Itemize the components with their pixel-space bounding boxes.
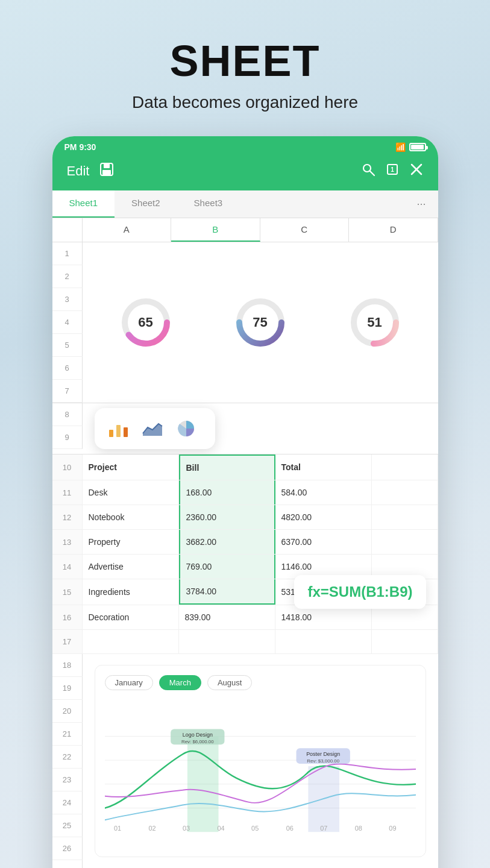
row-20: 20 [52, 700, 83, 723]
status-time: PM 9:30 [64, 142, 96, 152]
chart-selector-area [83, 403, 438, 454]
svg-rect-16 [116, 425, 121, 437]
row-11-empty [372, 480, 438, 505]
table-row: 11 Desk 168.00 584.00 [52, 480, 438, 505]
row-numbers-8-9: 8 9 [52, 403, 83, 454]
row-16-num: 16 [52, 605, 83, 629]
svg-text:Logo Design: Logo Design [182, 732, 212, 738]
tab-sheet2[interactable]: Sheet2 [115, 190, 177, 218]
row-13-num: 13 [52, 530, 83, 554]
row-11-bill: 168.00 [179, 480, 275, 505]
row-2: 2 [52, 265, 83, 288]
row-16-project: Decoration [83, 605, 179, 629]
row-16-total: 1418.00 [275, 605, 372, 629]
svg-text:Rev: $3,000.00: Rev: $3,000.00 [307, 758, 339, 764]
row-11-project: Desk [83, 480, 179, 505]
svg-text:03: 03 [183, 825, 190, 832]
col-d[interactable]: D [349, 218, 438, 242]
layers-icon[interactable]: 1 [385, 162, 400, 180]
row-25: 25 [52, 814, 83, 837]
table-row: 10 Project Bill Total [52, 454, 438, 480]
row-9: 9 [52, 426, 83, 449]
donut-51-value: 51 [367, 315, 382, 330]
row-17-c [275, 630, 372, 653]
data-table: 10 Project Bill Total 11 Desk 168.00 584… [52, 454, 438, 654]
row-4: 4 [52, 311, 83, 334]
donut-51: 51 [348, 295, 402, 350]
tab-sheet3[interactable]: Sheet3 [177, 190, 240, 218]
svg-rect-17 [124, 427, 128, 437]
table-row: 16 Decoration 839.00 1418.00 [52, 605, 438, 630]
pie-chart-type-icon[interactable] [174, 417, 198, 441]
donut-75-value: 75 [253, 315, 267, 330]
row-1: 1 [52, 242, 83, 265]
svg-rect-15 [109, 430, 113, 437]
toolbar: Edit 1 [52, 156, 438, 190]
area-chart-type-icon[interactable] [140, 417, 165, 441]
col-b[interactable]: B [171, 218, 260, 242]
donut-section: 1 2 3 4 5 6 7 [52, 242, 438, 403]
header-project: Project [83, 454, 179, 480]
row-19: 19 [52, 677, 83, 700]
data-rows-section: 10 Project Bill Total 11 Desk 168.00 584… [52, 454, 438, 654]
hero-title: SHEET [169, 36, 320, 86]
row-12-total: 4820.00 [275, 505, 372, 529]
close-icon[interactable] [409, 162, 424, 180]
row-16-empty [372, 605, 438, 629]
battery-icon [409, 143, 426, 151]
svg-text:05: 05 [251, 825, 259, 832]
row-14-bill: 769.00 [179, 555, 275, 579]
row-5: 5 [52, 334, 83, 357]
donut-65: 65 [119, 295, 173, 350]
svg-rect-2 [102, 170, 111, 175]
row-27: 27 [52, 860, 83, 868]
row-12-num: 12 [52, 505, 83, 529]
tab-more[interactable]: ··· [404, 190, 438, 218]
header-total: Total [275, 454, 372, 480]
row-16-bill: 839.00 [179, 605, 275, 629]
table-row: 13 Property 3682.00 6370.00 [52, 530, 438, 555]
row-14-num: 14 [52, 555, 83, 579]
column-headers: A B C D [52, 218, 438, 242]
col-c[interactable]: C [260, 218, 350, 242]
row-17-b [179, 630, 275, 653]
header-empty [372, 454, 438, 480]
hero-subtitle: Data becomes organized here [132, 93, 358, 112]
row-numbers-1-7: 1 2 3 4 5 6 7 [52, 242, 83, 403]
donut-75: 75 [233, 295, 287, 350]
row-7: 7 [52, 380, 83, 403]
legend-january[interactable]: January [105, 675, 153, 690]
svg-text:01: 01 [113, 825, 121, 832]
svg-text:07: 07 [320, 825, 327, 832]
row-8: 8 [52, 403, 83, 426]
legend-august[interactable]: August [207, 675, 252, 690]
donut-charts-area: 65 [83, 242, 438, 403]
line-chart-container: January March August [95, 665, 426, 857]
row-17-d [372, 630, 438, 653]
search-icon[interactable] [361, 162, 375, 180]
row-12-empty [372, 505, 438, 529]
tab-sheet1[interactable]: Sheet1 [52, 190, 115, 218]
row-11-total: 584.00 [275, 480, 372, 505]
row-12-project: Notebook [83, 505, 179, 529]
row-numbers-18-31: 18 19 20 21 22 23 24 25 26 27 28 29 30 3… [52, 654, 83, 868]
edit-label[interactable]: Edit [67, 163, 90, 179]
row-13-project: Property [83, 530, 179, 554]
table-row: 17 [52, 630, 438, 654]
svg-text:08: 08 [354, 825, 362, 832]
row-10-num: 10 [52, 454, 83, 480]
row-13-bill: 3682.00 [179, 530, 275, 554]
row-18: 18 [52, 654, 83, 677]
svg-text:06: 06 [286, 825, 293, 832]
svg-text:09: 09 [389, 825, 396, 832]
save-icon[interactable] [99, 162, 115, 181]
col-empty [52, 218, 83, 242]
legend-march[interactable]: March [159, 675, 201, 690]
svg-text:02: 02 [148, 825, 155, 832]
header-bill: Bill [179, 454, 275, 480]
row-3: 3 [52, 288, 83, 311]
bar-chart-type-icon[interactable] [107, 417, 131, 441]
col-a[interactable]: A [83, 218, 172, 242]
row-13-empty [372, 530, 438, 554]
row-12-bill: 2360.00 [179, 505, 275, 529]
